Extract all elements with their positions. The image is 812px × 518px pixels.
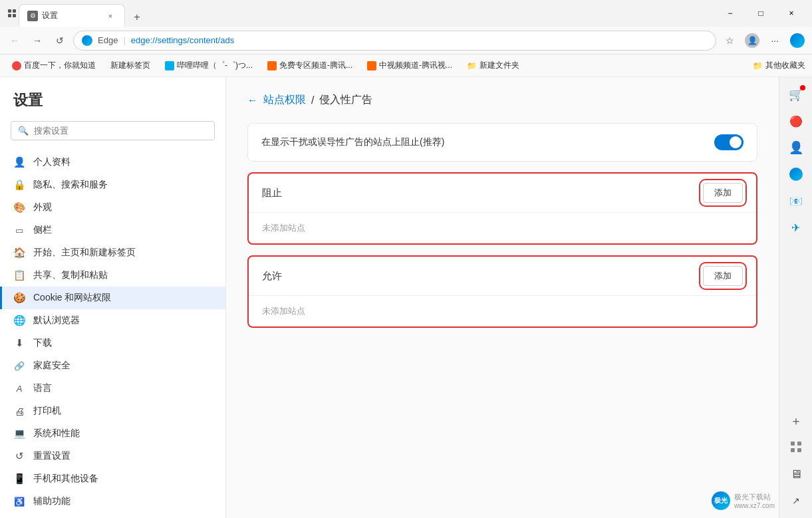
nav-item-cookies[interactable]: 🍪 Cookie 和网站权限 [0, 287, 225, 309]
bookmark-baidu[interactable]: 百度一下，你就知道 [7, 58, 101, 73]
nav-item-privacy-label: 隐私、搜索和服务 [33, 179, 108, 191]
bookmark-baidu-label: 百度一下，你就知道 [24, 60, 96, 71]
right-icon-external[interactable]: ↗ [784, 489, 808, 513]
bookmark-bilibili[interactable]: 哔哩哔哩（゜-゜)つ... [160, 58, 258, 73]
minimize-btn[interactable]: − [715, 3, 745, 24]
telegram-icon: ✈ [791, 221, 800, 234]
forward-btn[interactable]: → [28, 31, 47, 50]
nav-item-sidebar[interactable]: ▭ 侧栏 [0, 219, 225, 241]
system-nav-icon: 💻 [13, 428, 25, 440]
address-separator: | [123, 35, 125, 45]
nav-item-share[interactable]: 📋 共享、复制和粘贴 [0, 264, 225, 287]
toggle-setting-card: 在显示干扰或误导性广告的站点上阻止(推荐) [247, 123, 757, 162]
right-sidebar: 🛒 🔴 👤 📧 ✈ ＋ 🖥 ↗ [779, 77, 812, 518]
nav-item-default-browser[interactable]: 🌐 默认浏览器 [0, 309, 225, 332]
mobile-nav-icon: 📱 [13, 473, 25, 485]
bookmark-tencent2[interactable]: 中视频频道-腾讯视... [362, 58, 458, 73]
right-icon-coupon[interactable]: 🛒 [784, 82, 808, 106]
breadcrumb-parent: 站点权限 [263, 93, 306, 107]
nav-item-profile[interactable]: 👤 个人资料 [0, 151, 225, 174]
more-btn[interactable]: ··· [765, 31, 784, 50]
right-icon-outlook[interactable]: 📧 [784, 189, 808, 213]
bookmark-newtab[interactable]: 新建标签页 [105, 58, 156, 73]
block-empty-text: 未添加站点 [262, 223, 305, 233]
family-icon: 👤 [789, 140, 803, 155]
nav-item-downloads-label: 下载 [33, 337, 52, 349]
refresh-btn[interactable]: ↺ [51, 31, 69, 50]
search-input[interactable] [34, 126, 207, 136]
tab-close-btn[interactable]: × [104, 10, 116, 22]
nav-item-system[interactable]: 💻 系统和性能 [0, 422, 225, 445]
breadcrumb-back-btn[interactable]: ← [247, 94, 258, 106]
bookmark-folder[interactable]: 📁 新建文件夹 [462, 58, 525, 73]
edge-icon-btn[interactable] [788, 31, 807, 50]
nav-item-mobile[interactable]: 📱 手机和其他设备 [0, 467, 225, 490]
nav-item-printer[interactable]: 🖨 打印机 [0, 400, 225, 422]
close-btn[interactable]: × [776, 3, 807, 24]
appearance-nav-icon: 🎨 [13, 201, 25, 213]
nav-item-privacy[interactable]: 🔒 隐私、搜索和服务 [0, 174, 225, 196]
address-text: edge://settings/content/ads [131, 35, 234, 45]
nav-item-reset-label: 重置设置 [33, 450, 70, 462]
right-icon-browser[interactable] [784, 162, 808, 186]
window-icon [5, 7, 19, 20]
nav-item-share-label: 共享、复制和粘贴 [33, 269, 108, 281]
tab-title: 设置 [42, 10, 58, 21]
folder-icon: 📁 [467, 61, 477, 70]
nav-item-start[interactable]: 🏠 开始、主页和新建标签页 [0, 241, 225, 264]
nav-item-accessibility[interactable]: ♿ 辅助功能 [0, 490, 225, 513]
nav-item-appearance[interactable]: 🎨 外观 [0, 196, 225, 219]
settings-sidebar: 设置 🔍 👤 个人资料 🔒 隐私、搜索和服务 🎨 外观 ▭ 侧栏 🏠 开始、主页… [0, 77, 226, 518]
bookmark-tencent1[interactable]: 免费专区频道-腾讯... [262, 58, 358, 73]
titlebar: ⚙ 设置 × + − □ × [0, 0, 812, 27]
toolbar: ← → ↺ Edge | edge://settings/content/ads… [0, 27, 812, 55]
ads-toggle[interactable] [714, 134, 744, 150]
right-icon-collections[interactable]: 🔴 [784, 109, 808, 133]
right-icon-telegram[interactable]: ✈ [784, 215, 808, 239]
bookmark-folder-label: 新建文件夹 [479, 60, 519, 71]
favorite-btn[interactable]: ☆ [720, 31, 739, 50]
nav-item-downloads[interactable]: ⬇ 下载 [0, 332, 225, 354]
language-nav-icon: A [13, 382, 25, 394]
address-bar[interactable]: Edge | edge://settings/content/ads [73, 31, 716, 51]
nav-item-default-browser-label: 默认浏览器 [33, 315, 80, 326]
back-btn[interactable]: ← [5, 31, 24, 50]
block-add-btn[interactable]: 添加 [703, 183, 743, 203]
sidebar-title: 设置 [0, 90, 225, 121]
svg-rect-5 [797, 442, 801, 446]
cookies-nav-icon: 🍪 [13, 292, 25, 304]
nav-item-about[interactable]: 🔄 关于 Microsoft Edge [0, 513, 225, 518]
profile-btn[interactable]: 👤 [743, 31, 761, 50]
bookmark-tencent2-label: 中视频频道-腾讯视... [379, 60, 452, 71]
bookmarks-more[interactable]: 📁 其他收藏夹 [753, 60, 805, 71]
titlebar-controls: − □ × [715, 3, 807, 24]
nav-item-reset[interactable]: ↺ 重置设置 [0, 445, 225, 467]
profile-nav-icon: 👤 [13, 156, 25, 168]
watermark: 极光 极光下载站 www.xz7.com [712, 491, 775, 510]
folder-more-icon: 📁 [753, 61, 763, 70]
bookmark-bilibili-label: 哔哩哔哩（゜-゜)つ... [177, 60, 253, 71]
breadcrumb-current: 侵入性广告 [319, 93, 372, 107]
nav-item-sidebar-label: 侧栏 [33, 224, 52, 236]
nav-item-language[interactable]: A 语言 [0, 377, 225, 400]
svg-rect-4 [791, 442, 795, 446]
right-icon-add[interactable]: ＋ [784, 409, 808, 433]
search-box[interactable]: 🔍 [11, 121, 215, 140]
right-icon-screen[interactable]: 🖥 [784, 462, 808, 486]
notification-badge [800, 85, 805, 90]
breadcrumb-separator: / [311, 94, 314, 106]
active-tab[interactable]: ⚙ 设置 × [19, 4, 125, 27]
watermark-text: 极光下载站 www.xz7.com [734, 492, 775, 509]
right-icon-settings[interactable] [784, 436, 808, 459]
block-section-body: 未添加站点 [249, 213, 756, 243]
new-tab-btn[interactable]: + [128, 8, 146, 27]
external-icon: ↗ [792, 495, 800, 506]
nav-item-family[interactable]: 🔗 家庭安全 [0, 354, 225, 377]
maximize-btn[interactable]: □ [745, 3, 776, 24]
nav-item-mobile-label: 手机和其他设备 [33, 473, 98, 485]
tab-bar: ⚙ 设置 × + [19, 0, 715, 27]
nav-item-printer-label: 打印机 [33, 405, 61, 417]
allow-add-btn[interactable]: 添加 [703, 266, 743, 286]
bookmarks-bar: 百度一下，你就知道 新建标签页 哔哩哔哩（゜-゜)つ... 免费专区频道-腾讯.… [0, 55, 812, 77]
right-icon-family-safety[interactable]: 👤 [784, 136, 808, 160]
